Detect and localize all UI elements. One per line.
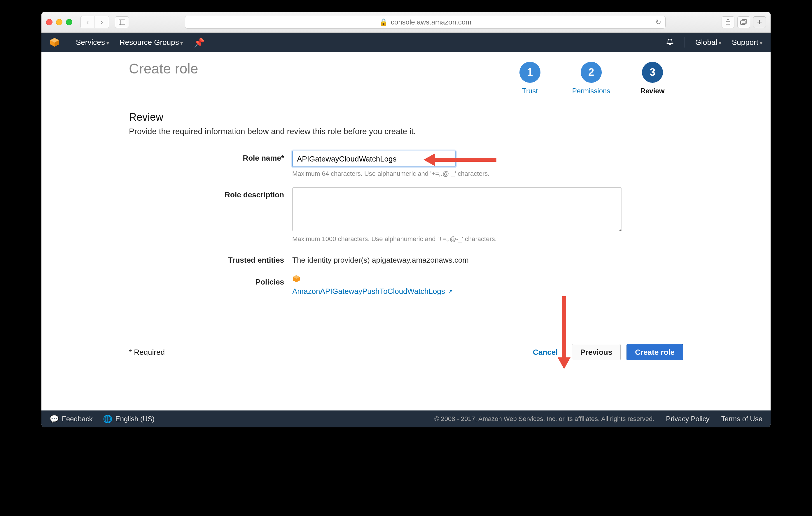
language-selector[interactable]: 🌐 English (US) xyxy=(103,415,154,424)
nav-button-group: ‹ › xyxy=(81,16,109,28)
step-permissions[interactable]: 2 Permissions xyxy=(560,62,622,95)
share-icon xyxy=(725,19,731,25)
tabs-button[interactable] xyxy=(737,16,750,28)
page-title: Create role xyxy=(129,61,198,77)
svg-rect-4 xyxy=(742,20,747,23)
window-controls xyxy=(46,19,72,25)
share-button[interactable] xyxy=(722,16,734,28)
globe-icon: 🌐 xyxy=(103,415,112,424)
resource-groups-menu[interactable]: Resource Groups xyxy=(120,38,183,47)
step-number: 1 xyxy=(519,62,541,83)
role-description-label: Role description xyxy=(129,187,292,200)
notifications-icon[interactable] xyxy=(666,37,674,48)
main-content: Create role 1 Trust 2 Permissions 3 Revi… xyxy=(41,52,771,411)
sidebar-icon xyxy=(119,20,125,25)
step-indicator: 1 Trust 2 Permissions 3 Review xyxy=(499,62,683,95)
nav-divider xyxy=(685,37,685,48)
browser-chrome: ‹ › 🔒 console.aws.amazon.com ↻ + xyxy=(41,12,771,33)
services-menu[interactable]: Services xyxy=(76,38,109,47)
policy-link[interactable]: AmazonAPIGatewayPushToCloudWatchLogs ↗ xyxy=(292,287,683,296)
copyright-text: © 2008 - 2017, Amazon Web Services, Inc.… xyxy=(434,415,654,423)
trusted-entities-label: Trusted entities xyxy=(129,253,292,265)
policies-label: Policies xyxy=(129,275,292,286)
new-tab-button[interactable]: + xyxy=(753,16,766,28)
browser-right-controls: + xyxy=(722,16,766,28)
feedback-link[interactable]: 💬 Feedback xyxy=(50,415,92,424)
section-heading: Review xyxy=(129,111,683,123)
svg-rect-3 xyxy=(741,21,745,25)
close-window-button[interactable] xyxy=(46,19,53,25)
role-description-textarea[interactable] xyxy=(292,187,622,231)
step-number: 2 xyxy=(581,62,602,83)
reload-icon[interactable]: ↻ xyxy=(656,18,661,26)
feedback-label: Feedback xyxy=(62,415,92,423)
chat-icon: 💬 xyxy=(50,415,59,424)
step-number: 3 xyxy=(642,62,663,83)
step-label: Review xyxy=(640,87,665,95)
browser-window: ‹ › 🔒 console.aws.amazon.com ↻ + Serv xyxy=(41,12,771,427)
language-label: English (US) xyxy=(115,415,154,423)
role-name-hint: Maximum 64 characters. Use alphanumeric … xyxy=(292,170,683,178)
terms-of-use-link[interactable]: Terms of Use xyxy=(721,415,762,423)
address-url: console.aws.amazon.com xyxy=(391,18,471,26)
previous-button[interactable]: Previous xyxy=(572,344,621,360)
external-link-icon: ↗ xyxy=(448,288,453,295)
review-form: Role name* Maximum 64 characters. Use al… xyxy=(129,151,683,296)
address-bar[interactable]: 🔒 console.aws.amazon.com ↻ xyxy=(185,16,666,29)
annotation-arrow-create-role xyxy=(558,296,571,369)
trusted-entities-value: The identity provider(s) apigateway.amaz… xyxy=(292,253,683,265)
lock-icon: 🔒 xyxy=(379,18,388,26)
region-menu[interactable]: Global xyxy=(695,38,721,47)
policy-link-text: AmazonAPIGatewayPushToCloudWatchLogs xyxy=(292,287,445,296)
sidebar-toggle-button[interactable] xyxy=(115,16,129,28)
role-description-hint: Maximum 1000 characters. Use alphanumeri… xyxy=(292,235,683,243)
forward-button[interactable]: › xyxy=(95,16,109,28)
section-description: Provide the required information below a… xyxy=(129,127,683,136)
step-label: Trust xyxy=(522,87,538,95)
tabs-icon xyxy=(740,19,747,25)
required-note: * Required xyxy=(129,348,165,357)
minimize-window-button[interactable] xyxy=(56,19,62,25)
policy-cube-icon xyxy=(292,275,300,283)
svg-rect-0 xyxy=(119,20,125,25)
privacy-policy-link[interactable]: Privacy Policy xyxy=(666,415,709,423)
role-name-label: Role name* xyxy=(129,151,292,163)
aws-logo-icon[interactable] xyxy=(50,37,59,47)
form-footer: * Required Cancel Previous Create role xyxy=(129,334,683,360)
annotation-arrow-role-name xyxy=(424,153,496,166)
step-trust[interactable]: 1 Trust xyxy=(499,62,560,95)
step-label: Permissions xyxy=(572,87,610,95)
create-role-button[interactable]: Create role xyxy=(627,344,683,360)
zoom-window-button[interactable] xyxy=(66,19,72,25)
aws-footer: 💬 Feedback 🌐 English (US) © 2008 - 2017,… xyxy=(41,411,771,427)
support-menu[interactable]: Support xyxy=(732,38,762,47)
step-review: 3 Review xyxy=(622,62,683,95)
back-button[interactable]: ‹ xyxy=(81,16,95,28)
aws-top-nav: Services Resource Groups 📌 Global Suppor… xyxy=(41,33,771,52)
pin-icon[interactable]: 📌 xyxy=(194,37,204,48)
